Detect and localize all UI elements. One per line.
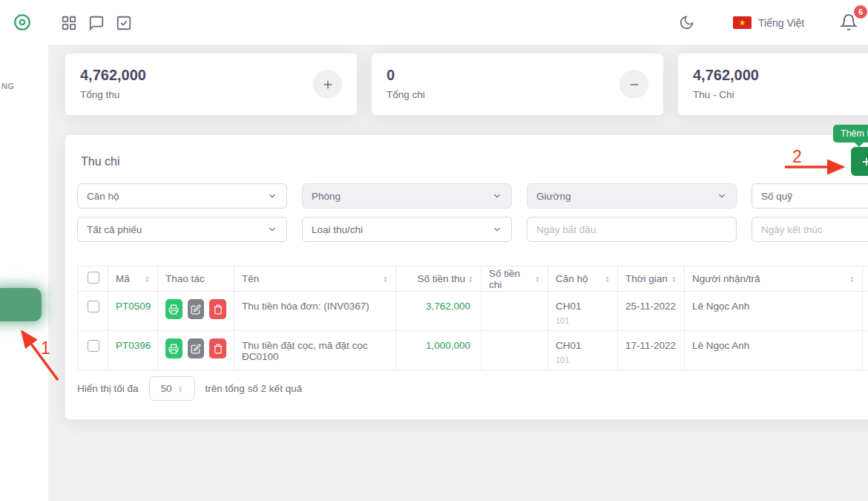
edit-icon (191, 344, 201, 354)
dark-mode-moon-icon[interactable] (679, 15, 695, 31)
print-button[interactable] (165, 299, 183, 319)
app-window: NG ★ Tiếng Việt 6 4,762,000 Tổng thu (0, 0, 868, 501)
sort-icon[interactable] (535, 275, 540, 283)
print-button[interactable] (165, 338, 183, 358)
filter-label: Loại thu/chi (312, 224, 363, 235)
input-placeholder: Ngày kết thúc (761, 224, 823, 235)
net-balance-value: 4,762,000 (693, 67, 868, 84)
sort-icon[interactable] (605, 275, 610, 283)
col-thao-tac: Thao tác (165, 273, 205, 284)
sidebar: NG (0, 0, 48, 501)
input-placeholder: Ngày bắt đầu (536, 224, 596, 235)
chevron-down-icon (492, 191, 502, 201)
thu-chi-panel: Thu chi Căn hộ Phòng Giường Số quỹ Tất c… (65, 135, 868, 419)
stepper-arrows-icon (178, 385, 183, 393)
page-size-prefix: Hiển thị tối đa (77, 383, 139, 394)
target-circle-icon (13, 13, 32, 32)
receipt-code[interactable]: PT0396 (108, 331, 158, 370)
filter-so-quy-select[interactable]: Số quỹ (752, 183, 868, 209)
check-square-icon[interactable] (116, 15, 132, 31)
notification-count-badge: 6 (852, 4, 868, 20)
printer-icon (168, 344, 179, 354)
sort-icon[interactable] (849, 275, 855, 283)
amount-out (481, 331, 548, 370)
start-date-input[interactable]: Ngày bắt đầu (527, 217, 737, 242)
sort-icon[interactable] (145, 275, 150, 283)
sort-icon[interactable] (468, 275, 473, 283)
edit-icon (191, 304, 201, 315)
delete-button[interactable] (209, 338, 226, 358)
filter-loai-phieu-select[interactable]: Tất cả phiếu (77, 217, 287, 242)
filter-label: Tất cả phiếu (87, 224, 142, 235)
sidebar-toggle-button[interactable] (12, 12, 33, 33)
total-expense-label: Tổng chi (387, 89, 648, 100)
col-extra (863, 266, 868, 292)
select-all-checkbox[interactable] (88, 272, 99, 284)
plus-icon (321, 78, 335, 91)
row-checkbox[interactable] (88, 301, 99, 312)
filter-bar: Căn hộ Phòng Giường Số quỹ Tất cả phiếu … (77, 183, 868, 242)
card-total-expense: 0 Tổng chi (372, 53, 663, 115)
delete-button[interactable] (209, 299, 226, 319)
filter-phong-select[interactable]: Phòng (302, 183, 512, 209)
unit-cell: CH01101 (548, 292, 618, 331)
col-so-tien-chi[interactable]: Số tiền chi (489, 268, 532, 290)
language-selector[interactable]: ★ Tiếng Việt (733, 16, 804, 29)
chevron-down-icon (492, 224, 502, 235)
date-cell: 25-11-2022 (618, 292, 685, 331)
row-actions (165, 338, 226, 358)
results-summary: trên tổng số 2 kết quả (206, 383, 303, 394)
col-can-ho[interactable]: Căn hộ (556, 273, 588, 284)
apps-grid-icon[interactable] (61, 15, 77, 31)
sidebar-item-thu-chi-active[interactable] (0, 288, 42, 321)
edit-button[interactable] (188, 299, 205, 319)
row-actions (165, 299, 226, 319)
chevron-down-icon (267, 224, 277, 235)
sort-icon[interactable] (671, 275, 677, 283)
card-net-balance: 4,762,000 Thu - Chi (678, 53, 868, 115)
date-cell: 17-11-2022 (618, 331, 685, 370)
unit-name: CH01 (556, 301, 582, 312)
filter-giuong-select[interactable]: Giường (527, 183, 737, 209)
filter-label: Phòng (312, 191, 341, 202)
amount-out (481, 292, 548, 331)
col-nguoi-nhan-tra[interactable]: Người nhận/trả (692, 273, 760, 284)
extra-cell (863, 292, 868, 331)
end-date-input[interactable]: Ngày kết thúc (752, 217, 868, 242)
extra-cell (863, 331, 868, 370)
chat-icon[interactable] (88, 15, 105, 31)
net-balance-label: Thu - Chi (693, 89, 868, 100)
unit-name: CH01 (556, 340, 582, 351)
filter-loai-thu-chi-select[interactable]: Loại thu/chi (302, 217, 512, 242)
flag-vietnam-icon: ★ (733, 16, 752, 29)
unit-room: 101 (556, 316, 610, 325)
chevron-down-icon (717, 191, 727, 201)
filter-label: Số quỹ (761, 191, 792, 202)
add-expense-button[interactable] (619, 70, 648, 99)
total-income-value: 4,762,000 (80, 67, 342, 84)
page-size-select[interactable]: 50 (149, 376, 195, 401)
sort-icon[interactable] (383, 275, 388, 283)
sidebar-section-label: NG (1, 82, 14, 91)
panel-title: Thu chi (81, 155, 119, 168)
col-ma[interactable]: Mã (116, 273, 130, 284)
col-thoi-gian[interactable]: Thời gian (625, 273, 668, 284)
col-so-tien-thu[interactable]: Số tiền thu (418, 273, 466, 284)
row-checkbox[interactable] (88, 340, 99, 352)
trash-icon (213, 344, 223, 354)
thu-chi-table: Mã Thao tác Tên Số tiền thu Số tiền chi … (77, 266, 868, 370)
col-ten[interactable]: Tên (242, 273, 259, 284)
page-size-value: 50 (161, 383, 172, 394)
person-cell: Lê Ngọc Anh (685, 292, 863, 331)
receipt-code[interactable]: PT0509 (108, 292, 158, 331)
filter-can-ho-select[interactable]: Căn hộ (77, 183, 287, 209)
topbar: ★ Tiếng Việt 6 (48, 0, 868, 45)
card-total-income: 4,762,000 Tổng thu (65, 53, 357, 115)
edit-button[interactable] (188, 338, 205, 358)
filter-label: Giường (536, 191, 571, 202)
summary-cards: 4,762,000 Tổng thu 0 Tổng chi 4,762,000 … (65, 53, 868, 115)
receipt-name: Thu tiền đặt cọc, mã đặt cọc ĐC0100 (234, 331, 396, 370)
unit-room: 101 (556, 356, 610, 364)
add-income-button[interactable] (313, 70, 342, 99)
unit-cell: CH01101 (548, 331, 618, 370)
